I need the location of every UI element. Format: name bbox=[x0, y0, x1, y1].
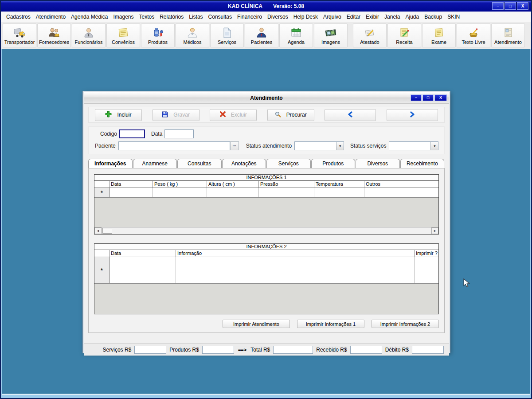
totals-strip: Serviços R$ Produtos R$ ==> Total R$ Rec… bbox=[84, 343, 449, 356]
delete-icon bbox=[220, 111, 226, 118]
status-atendimento-combobox[interactable]: ▼ bbox=[294, 141, 344, 150]
new-row[interactable]: * bbox=[94, 188, 438, 198]
menu-item-editar[interactable]: Editar bbox=[344, 12, 363, 21]
paciente-browse-button[interactable]: ... bbox=[230, 141, 239, 150]
menu-item-cadastros[interactable]: Cadastros bbox=[4, 12, 33, 21]
scrollbar-track[interactable] bbox=[112, 227, 431, 234]
tab-strip: Informações Anamnese Consultas Anotações… bbox=[88, 159, 445, 168]
dropdown-arrow-icon[interactable]: ▼ bbox=[430, 142, 438, 150]
menu-item-janela[interactable]: Janela bbox=[382, 12, 403, 21]
status-servicos-combobox[interactable]: ▼ bbox=[389, 141, 438, 150]
atendimento-close-button[interactable]: X bbox=[434, 94, 447, 101]
patient-icon bbox=[255, 26, 268, 39]
cell-outros[interactable] bbox=[364, 188, 438, 197]
toolbar-button-medicos[interactable]: Médicos bbox=[176, 23, 209, 47]
menu-item-arquivo[interactable]: Arquivo bbox=[321, 12, 344, 21]
toolbar-button-receita[interactable]: Receita bbox=[387, 23, 421, 47]
menu-item-imagens[interactable]: Imagens bbox=[110, 12, 136, 21]
atendimento-minimize-button[interactable]: – bbox=[411, 94, 422, 101]
paciente-input[interactable] bbox=[118, 141, 230, 150]
toolbar-button-label: Fornecedores bbox=[39, 39, 69, 45]
toolbar-button-texto-livre[interactable]: Texto Livre bbox=[457, 23, 490, 47]
codigo-input[interactable] bbox=[119, 129, 145, 138]
imprimir-informacoes2-button[interactable]: Imprimir Informações 2 bbox=[372, 320, 439, 328]
debito-input[interactable] bbox=[412, 346, 444, 354]
recebido-input[interactable] bbox=[350, 346, 382, 354]
scroll-left-button[interactable]: ◄ bbox=[94, 227, 102, 234]
chevron-left-icon bbox=[348, 111, 353, 119]
cell-data[interactable] bbox=[110, 188, 153, 197]
new-row[interactable]: * bbox=[94, 257, 438, 284]
column-header-outros: Outros bbox=[364, 181, 438, 188]
atendimento-title: Atendimento bbox=[84, 95, 449, 101]
tab-diversos[interactable]: Diversos bbox=[356, 159, 400, 168]
menu-item-consultas[interactable]: Consultas bbox=[206, 12, 235, 21]
tab-produtos[interactable]: Produtos bbox=[311, 159, 356, 168]
toolbar-button-convenios[interactable]: Convênios bbox=[106, 23, 140, 47]
produtos-total-input[interactable] bbox=[202, 346, 234, 354]
data-input[interactable] bbox=[164, 129, 194, 138]
column-header-informacao: Informação bbox=[176, 250, 415, 257]
toolbar-button-transportador[interactable]: Transportador bbox=[3, 23, 36, 47]
cell-altura[interactable] bbox=[207, 188, 259, 197]
scrollbar-thumb[interactable] bbox=[102, 228, 112, 234]
dropdown-arrow-icon[interactable]: ▼ bbox=[336, 142, 344, 150]
total-label: Total R$ bbox=[250, 347, 270, 353]
tab-anamnese[interactable]: Anamnese bbox=[133, 159, 177, 168]
informacoes2-header-row: Data Informação Imprimir ? bbox=[94, 250, 438, 257]
scroll-right-icon: ► bbox=[434, 229, 437, 232]
toolbar-button-atendimento[interactable]: Atendimento bbox=[491, 23, 525, 47]
tab-informacoes[interactable]: Informações bbox=[88, 159, 133, 168]
toolbar-button-servicos[interactable]: Serviços bbox=[210, 23, 244, 47]
cell-peso[interactable] bbox=[153, 188, 207, 197]
toolbar-button-exame[interactable]: Exame bbox=[422, 23, 456, 47]
horizontal-scrollbar[interactable]: ◄ ► bbox=[94, 227, 438, 234]
menu-item-help-desk[interactable]: Help Desk bbox=[291, 12, 321, 21]
menu-item-financeiro[interactable]: Financeiro bbox=[235, 12, 265, 21]
imprimir-atendimento-button[interactable]: Imprimir Atendimento bbox=[223, 320, 290, 328]
atendimento-maximize-button[interactable]: □ bbox=[422, 94, 434, 101]
maximize-button[interactable]: □ bbox=[505, 2, 516, 10]
toolbar-button-fornecedores[interactable]: Fornecedores bbox=[37, 23, 71, 47]
toolbar-button-produtos[interactable]: Produtos bbox=[141, 23, 175, 47]
tab-servicos[interactable]: Serviços bbox=[266, 159, 311, 168]
toolbar-button-label: Atendimento bbox=[494, 39, 522, 45]
total-input[interactable] bbox=[273, 346, 313, 354]
incluir-button[interactable]: Incluir bbox=[95, 109, 142, 121]
previous-record-button[interactable] bbox=[325, 109, 376, 121]
menu-item-relatorios[interactable]: Relatórios bbox=[157, 12, 186, 21]
menu-item-backup[interactable]: Backup bbox=[422, 12, 445, 21]
close-button[interactable]: X bbox=[517, 2, 528, 10]
imprimir-informacoes1-button[interactable]: Imprimir Informações 1 bbox=[297, 320, 364, 328]
cell-pressao[interactable] bbox=[259, 188, 314, 197]
menu-item-diversos[interactable]: Diversos bbox=[265, 12, 291, 21]
gravar-button[interactable]: Gravar bbox=[153, 109, 200, 121]
servicos-total-input[interactable] bbox=[134, 346, 166, 354]
excluir-button[interactable]: Excluir bbox=[210, 109, 257, 121]
toolbar-button-atestado[interactable]: Atestado bbox=[353, 23, 387, 47]
toolbar-button-funcionarios[interactable]: Funcionários bbox=[72, 23, 106, 47]
main-toolbar: Transportador Fornecedores Funcionários … bbox=[1, 22, 531, 49]
menu-item-skin[interactable]: SKIN bbox=[445, 12, 462, 21]
minimize-button[interactable]: – bbox=[492, 2, 504, 10]
scroll-right-button[interactable]: ► bbox=[431, 227, 438, 234]
tab-consultas[interactable]: Consultas bbox=[177, 159, 222, 168]
toolbar-button-pacientes[interactable]: Pacientes bbox=[245, 23, 278, 47]
toolbar-button-agenda[interactable]: Agenda bbox=[279, 23, 313, 47]
cell-imprimir[interactable] bbox=[415, 257, 438, 283]
tab-anotacoes[interactable]: Anotações bbox=[222, 159, 266, 168]
cell-temperatura[interactable] bbox=[314, 188, 364, 197]
menu-item-listas[interactable]: Listas bbox=[186, 12, 205, 21]
procurar-button[interactable]: Procurar bbox=[267, 109, 314, 121]
menu-item-ajuda[interactable]: Ajuda bbox=[403, 12, 422, 21]
next-record-button[interactable] bbox=[387, 109, 438, 121]
menu-item-agenda-medica[interactable]: Agenda Médica bbox=[68, 12, 110, 21]
menu-item-atendimento[interactable]: Atendimento bbox=[33, 12, 68, 21]
atendimento-titlebar[interactable]: Atendimento – □ X bbox=[84, 92, 449, 104]
cell-informacao[interactable] bbox=[176, 257, 415, 283]
tab-recebimento[interactable]: Recebimento bbox=[400, 159, 445, 168]
cell-data[interactable] bbox=[110, 257, 176, 283]
toolbar-button-imagens[interactable]: Imagens bbox=[314, 23, 348, 47]
menu-item-textos[interactable]: Textos bbox=[137, 12, 157, 21]
menu-item-exibir[interactable]: Exibir bbox=[363, 12, 382, 21]
